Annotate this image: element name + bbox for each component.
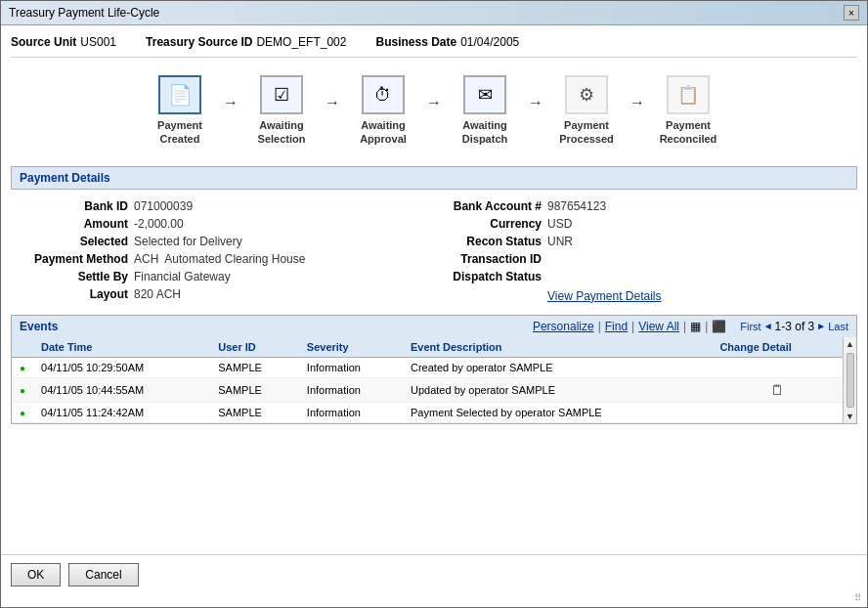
payment-created-label: PaymentCreated: [157, 118, 202, 147]
view-payment-details-link[interactable]: View Payment Details: [547, 289, 662, 303]
treasury-source-id-field: Treasury Source ID DEMO_EFT_002: [146, 35, 346, 49]
selected-label: Selected: [21, 235, 128, 248]
treasury-payment-lifecycle-window: Treasury Payment Life-Cycle × Source Uni…: [0, 0, 868, 608]
recon-status-value: UNR: [547, 235, 573, 248]
awaiting-approval-label: AwaitingApproval: [360, 118, 407, 147]
events-section: Events Personalize | Find | View All | ▦…: [11, 315, 857, 424]
cell-change-detail: 🗒: [712, 377, 843, 402]
payment-created-icon: 📄: [158, 75, 201, 114]
scroll-up-button[interactable]: ▲: [844, 337, 856, 351]
payment-reconciled-icon: 📋: [667, 75, 710, 114]
source-unit-label: Source Unit: [11, 35, 76, 49]
payment-details-grid: Bank ID 071000039 Amount -2,000.00 Selec…: [11, 197, 857, 305]
events-header: Events Personalize | Find | View All | ▦…: [12, 316, 856, 337]
pagination: First ◄ 1-3 of 3 ► Last: [740, 320, 848, 333]
arrow-5: →: [629, 94, 645, 111]
page-info: 1-3 of 3: [775, 320, 815, 333]
awaiting-approval-icon: ⏱: [362, 75, 405, 114]
layout-label: Layout: [21, 287, 128, 301]
bank-id-label: Bank ID: [21, 199, 128, 213]
payment-reconciled-label: PaymentReconciled: [660, 118, 717, 147]
cell-change-detail: [712, 357, 843, 377]
grid-icon[interactable]: ▦: [690, 320, 701, 333]
arrow-3: →: [426, 94, 442, 111]
next-button[interactable]: ►: [816, 321, 826, 331]
download-icon[interactable]: ⬛: [712, 320, 726, 333]
step-payment-processed: ⚙ PaymentProcessed: [547, 75, 626, 147]
amount-label: Amount: [21, 217, 128, 231]
table-row: ● 04/11/05 11:24:42AM SAMPLE Information…: [12, 402, 843, 422]
col-user-id[interactable]: User ID: [210, 337, 299, 358]
footer-buttons: OK Cancel: [1, 554, 867, 594]
step-payment-reconciled: 📋 PaymentReconciled: [649, 75, 727, 147]
amount-value: -2,000.00: [134, 217, 184, 231]
events-table-wrapper: Date Time User ID Severity Event Descrip…: [12, 337, 856, 423]
treasury-source-id-label: Treasury Source ID: [146, 35, 252, 49]
cell-change-detail: [712, 402, 843, 422]
title-bar: Treasury Payment Life-Cycle ×: [1, 1, 867, 25]
transaction-id-label: Transaction ID: [434, 252, 542, 266]
events-title: Events: [20, 320, 58, 333]
bank-id-value: 071000039: [134, 199, 193, 213]
personalize-link[interactable]: Personalize: [533, 320, 594, 333]
settle-by-label: Settle By: [21, 270, 128, 283]
close-button[interactable]: ×: [844, 5, 859, 21]
payment-processed-label: PaymentProcessed: [559, 118, 614, 147]
cell-user-id: SAMPLE: [210, 377, 299, 402]
lifecycle-section: 📄 PaymentCreated → ☑ AwaitingSelection →…: [11, 67, 857, 154]
cancel-button[interactable]: Cancel: [68, 563, 138, 586]
scroll-thumb: [846, 353, 854, 408]
cell-description: Updated by operator SAMPLE: [403, 377, 712, 402]
step-payment-created: 📄 PaymentCreated: [141, 75, 219, 147]
events-scrollbar[interactable]: ▲ ▼: [843, 337, 856, 423]
arrow-1: →: [223, 94, 239, 111]
row-indicator: ●: [12, 377, 33, 402]
business-date-label: Business Date: [375, 35, 456, 49]
payment-details-header: Payment Details: [11, 166, 857, 190]
view-all-link[interactable]: View All: [638, 320, 679, 333]
bank-account-value: 987654123: [547, 199, 606, 213]
window-title: Treasury Payment Life-Cycle: [9, 6, 159, 20]
settle-by-value: Financial Gateway: [134, 270, 231, 283]
resize-handle[interactable]: ⠿: [0, 592, 865, 605]
col-severity[interactable]: Severity: [299, 337, 403, 358]
ok-button[interactable]: OK: [11, 563, 61, 586]
events-table: Date Time User ID Severity Event Descrip…: [12, 337, 843, 423]
arrow-2: →: [325, 94, 340, 111]
currency-label: Currency: [434, 217, 542, 231]
main-content: Source Unit US001 Treasury Source ID DEM…: [1, 25, 867, 554]
first-button[interactable]: First: [740, 321, 760, 332]
step-awaiting-approval: ⏱ AwaitingApproval: [344, 75, 422, 147]
find-link[interactable]: Find: [605, 320, 628, 333]
source-unit-value: US001: [80, 35, 116, 49]
col-date-time[interactable]: Date Time: [33, 337, 210, 358]
bank-id-row: Bank ID 071000039 Amount -2,000.00 Selec…: [21, 197, 434, 305]
details-right-col: Bank Account # 987654123 Currency USD Re…: [434, 197, 847, 305]
detail-icon[interactable]: 🗒: [770, 382, 784, 398]
row-indicator: ●: [12, 402, 33, 422]
cell-description: Payment Selected by operator SAMPLE: [403, 402, 712, 422]
source-unit-field: Source Unit US001: [11, 35, 116, 49]
recon-status-label: Recon Status: [434, 235, 542, 248]
prev-button[interactable]: ◄: [763, 321, 773, 331]
col-indicator: [12, 337, 33, 358]
cell-severity: Information: [299, 377, 403, 402]
col-event-description[interactable]: Event Description: [403, 337, 712, 358]
col-change-detail[interactable]: Change Detail: [712, 337, 843, 358]
step-awaiting-selection: ☑ AwaitingSelection: [242, 75, 321, 147]
business-date-field: Business Date 01/04/2005: [375, 35, 519, 49]
events-controls: Personalize | Find | View All | ▦ | ⬛ Fi…: [533, 320, 848, 333]
payment-processed-icon: ⚙: [565, 75, 608, 114]
header-info: Source Unit US001 Treasury Source ID DEM…: [11, 35, 857, 58]
last-button[interactable]: Last: [828, 321, 848, 332]
scroll-down-button[interactable]: ▼: [844, 410, 856, 423]
row-indicator: ●: [12, 357, 33, 377]
payment-method-label: Payment Method: [21, 252, 128, 266]
cell-severity: Information: [299, 402, 403, 422]
table-row: ● 04/11/05 10:29:50AM SAMPLE Information…: [12, 357, 843, 377]
layout-value: 820 ACH: [134, 287, 181, 301]
business-date-value: 01/04/2005: [460, 35, 519, 49]
cell-user-id: SAMPLE: [210, 402, 299, 422]
treasury-source-id-value: DEMO_EFT_002: [256, 35, 346, 49]
table-row: ● 04/11/05 10:44:55AM SAMPLE Information…: [12, 377, 843, 402]
